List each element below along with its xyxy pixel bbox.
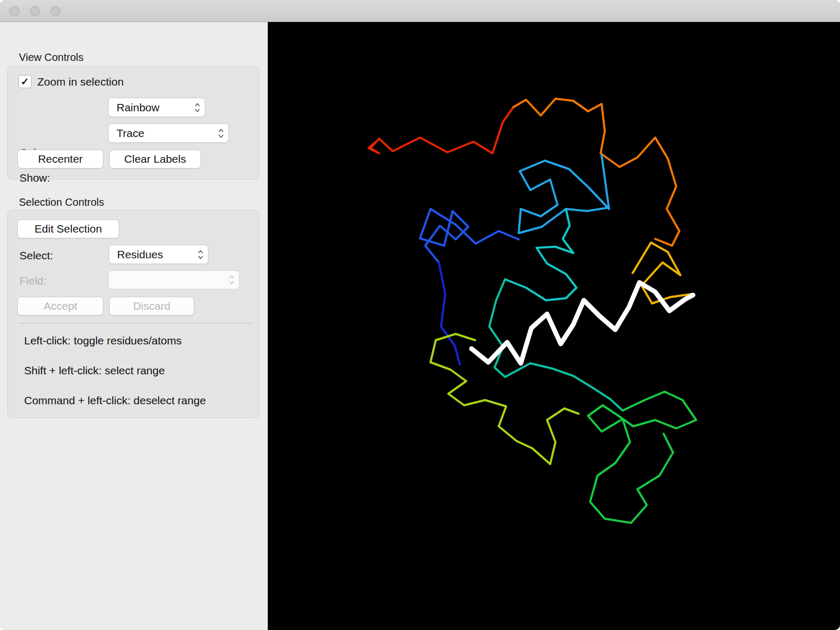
chevron-updown-icon bbox=[194, 102, 201, 113]
discard-button: Discard bbox=[109, 297, 194, 316]
divider bbox=[18, 323, 251, 323]
trace-segment-yellow-green bbox=[430, 334, 579, 464]
selection-controls-heading: Selection Controls bbox=[19, 196, 104, 208]
select-dropdown[interactable]: Residues bbox=[109, 245, 208, 264]
accept-button: Accept bbox=[17, 297, 103, 316]
show-dropdown-value: Trace bbox=[117, 127, 218, 140]
trace-segment-sky-blue bbox=[519, 155, 609, 233]
color-dropdown[interactable]: Rainbow bbox=[108, 98, 205, 117]
trace-segment-red bbox=[369, 107, 513, 153]
zoom-button[interactable] bbox=[50, 6, 60, 16]
clear-labels-button[interactable]: Clear Labels bbox=[109, 150, 201, 169]
field-label: Field: bbox=[19, 275, 46, 287]
trace-segment-green bbox=[588, 392, 696, 523]
select-dropdown-value: Residues bbox=[117, 248, 197, 261]
select-label: Select: bbox=[19, 249, 53, 262]
trace-segment-blue bbox=[420, 209, 519, 262]
view-controls-heading: View Controls bbox=[19, 51, 83, 64]
help-line-left-click: Left-click: toggle residues/atoms bbox=[24, 334, 182, 347]
checkbox-checked-icon[interactable]: ✓ bbox=[18, 75, 32, 88]
color-dropdown-value: Rainbow bbox=[117, 101, 194, 114]
titlebar[interactable] bbox=[0, 0, 840, 22]
app-window: View Controls ✓ Zoom in selection Color:… bbox=[0, 0, 840, 630]
trace-segment-orange bbox=[513, 99, 679, 246]
trace-segment-dark-blue bbox=[439, 262, 460, 364]
recenter-button[interactable]: Recenter bbox=[17, 150, 103, 169]
edit-selection-button[interactable]: Edit Selection bbox=[17, 219, 119, 238]
chevron-updown-icon bbox=[228, 275, 235, 285]
show-label: Show: bbox=[19, 172, 50, 184]
chevron-updown-icon bbox=[218, 128, 224, 139]
molecule-viewer[interactable] bbox=[268, 22, 840, 630]
close-button[interactable] bbox=[9, 6, 19, 16]
sidebar: View Controls ✓ Zoom in selection Color:… bbox=[0, 22, 268, 630]
minimize-button[interactable] bbox=[30, 6, 40, 16]
selection-controls-panel: Edit Selection Select: Residues Field: A… bbox=[7, 210, 259, 418]
chevron-updown-icon bbox=[197, 249, 204, 260]
show-dropdown[interactable]: Trace bbox=[108, 123, 229, 143]
trace-segment-cyan bbox=[505, 209, 576, 300]
trace-segment-selection-white bbox=[471, 282, 693, 363]
traffic-lights bbox=[9, 6, 60, 16]
molecule-trace bbox=[268, 22, 840, 630]
help-line-shift-click: Shift + left-click: select range bbox=[24, 364, 165, 377]
trace-segment-gold bbox=[633, 243, 692, 303]
view-controls-panel: ✓ Zoom in selection Color: Rainbow Show:… bbox=[7, 66, 259, 180]
zoom-in-selection-label: Zoom in selection bbox=[37, 76, 124, 88]
field-dropdown bbox=[108, 270, 239, 289]
help-line-command-click: Command + left-click: deselect range bbox=[24, 394, 206, 407]
zoom-in-selection-checkbox[interactable]: ✓ Zoom in selection bbox=[18, 75, 124, 88]
